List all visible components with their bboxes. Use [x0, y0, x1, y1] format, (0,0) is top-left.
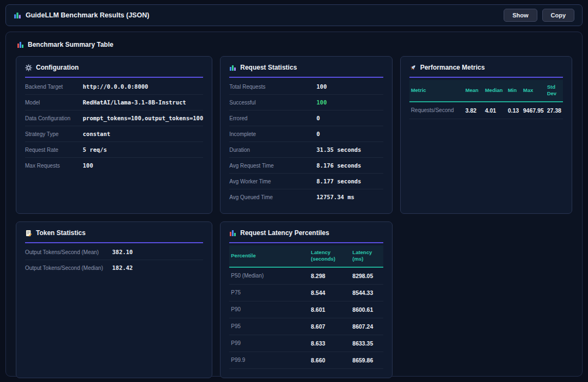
latency-seconds: 8.601 — [309, 301, 351, 318]
config-value: prompt_tokens=100,output_tokens=100 — [83, 115, 203, 121]
config-label: Model — [25, 100, 83, 106]
stat-row: Avg Queued Time 12757.34 ms — [229, 189, 383, 205]
config-label: Strategy Type — [25, 131, 83, 137]
configuration-card-title: Configuration — [25, 64, 203, 78]
stat-row: Successful 100 — [229, 95, 383, 110]
latency-ms: 8633.35 — [351, 335, 383, 352]
stat-row: Errored 0 — [229, 110, 383, 126]
section-title: Benchmark Summary Table — [17, 41, 575, 48]
metric-stddev: 27.38 — [546, 102, 563, 119]
table-row: P90 8.601 8600.61 — [229, 301, 383, 318]
latency-seconds: 8.607 — [309, 318, 351, 335]
percentile-name: P99 — [229, 335, 309, 352]
stat-value: 12757.34 ms — [316, 194, 354, 200]
percentile-name: P99.9 — [229, 352, 309, 368]
stat-value: 0 — [316, 131, 320, 137]
stat-row: Duration 31.35 seconds — [229, 142, 383, 158]
token-label: Output Tokens/Second (Median) — [25, 265, 112, 271]
percentile-name: P95 — [229, 318, 309, 335]
section-title-label: Benchmark Summary Table — [28, 41, 113, 48]
table-row: P99 8.633 8633.35 — [229, 335, 383, 352]
header-actions: Show Copy — [504, 9, 574, 22]
config-label: Backend Target — [25, 84, 83, 90]
config-label: Data Configuration — [25, 115, 83, 121]
bar-chart-icon — [14, 11, 21, 19]
token-value: 382.10 — [112, 249, 133, 255]
metric-mean: 3.82 — [464, 102, 483, 119]
stat-label: Errored — [229, 115, 316, 121]
main-panel: Benchmark Summary Table — [5, 32, 583, 377]
latency-ms: 8659.86 — [351, 352, 383, 368]
latency-percentiles-title-label: Request Latency Percentiles — [240, 229, 329, 237]
summary-chart-icon — [17, 41, 24, 48]
cards-grid: Configuration Backend Target http://0.0.… — [16, 56, 572, 378]
config-row: Backend Target http://0.0.0.0:8000 — [25, 79, 203, 95]
config-label: Request Rate — [25, 147, 83, 153]
column-header: Latency (ms) — [351, 245, 383, 267]
token-row: Output Tokens/Second (Median) 182.42 — [25, 260, 203, 275]
memo-icon — [25, 230, 32, 237]
config-value: http://0.0.0.0:8000 — [83, 83, 148, 90]
show-button[interactable]: Show — [504, 9, 537, 22]
stat-label: Incomplete — [229, 131, 316, 137]
gear-icon — [25, 64, 32, 71]
latency-seconds: 8.544 — [309, 284, 351, 301]
configuration-card: Configuration Backend Target http://0.0.… — [16, 56, 212, 214]
token-statistics-card-title: Token Statistics — [25, 229, 203, 243]
stat-label: Total Requests — [229, 84, 316, 90]
percentile-name: P75 — [229, 284, 309, 301]
configuration-rows: Backend Target http://0.0.0.0:8000 Model… — [25, 79, 203, 173]
stat-row: Total Requests 100 — [229, 79, 383, 95]
token-statistics-card: Token Statistics Output Tokens/Second (M… — [16, 221, 212, 378]
performance-metrics-title-label: Performance Metrics — [420, 64, 485, 71]
token-statistics-title-label: Token Statistics — [36, 229, 85, 237]
latency-chart-icon — [229, 230, 236, 237]
config-row: Max Requests 100 — [25, 158, 203, 173]
stat-label: Successful — [229, 100, 316, 106]
table-row: P50 (Median) 8.298 8298.05 — [229, 267, 383, 285]
metric-median: 4.01 — [483, 102, 506, 119]
percentile-name: P50 (Median) — [229, 267, 309, 285]
request-statistics-rows: Total Requests 100 Successful 100 Errore… — [229, 79, 383, 205]
column-header: Median — [483, 80, 506, 102]
stat-value: 8.177 seconds — [316, 178, 361, 184]
bar-chart-icon — [229, 64, 236, 71]
stat-value: 8.176 seconds — [316, 162, 361, 169]
column-header: Metric — [409, 80, 464, 102]
metric-name: Requests/Second — [409, 102, 464, 119]
table-row: P75 8.544 8544.33 — [229, 284, 383, 301]
stat-row: Avg Worker Time 8.177 seconds — [229, 174, 383, 189]
latency-percentiles-card: Request Latency Percentiles Percentile L… — [220, 221, 392, 378]
performance-metrics-card: Performance Metrics Metric Mean Median M… — [400, 56, 572, 214]
stat-label: Avg Queued Time — [229, 194, 316, 200]
latency-header-row: Percentile Latency (seconds) Latency (ms… — [229, 245, 383, 267]
column-header: Std Dev — [546, 80, 563, 102]
latency-seconds: 8.660 — [309, 352, 351, 368]
latency-ms: 8544.33 — [351, 284, 383, 301]
table-row: P95 8.607 8607.24 — [229, 318, 383, 335]
stat-row: Incomplete 0 — [229, 126, 383, 142]
performance-metrics-table: Metric Mean Median Min Max Std Dev Reque… — [409, 80, 563, 119]
stat-label: Duration — [229, 147, 316, 153]
latency-ms: 8607.24 — [351, 318, 383, 335]
page-title: GuideLLM Benchmark Results (JSON) — [26, 11, 149, 19]
stat-value-success: 100 — [316, 99, 327, 106]
metric-min: 0.13 — [506, 102, 522, 119]
token-row: Output Tokens/Second (Mean) 382.10 — [25, 244, 203, 260]
copy-button[interactable]: Copy — [542, 9, 575, 22]
percentile-name: P90 — [229, 301, 309, 318]
column-header: Latency (seconds) — [309, 245, 351, 267]
stat-value: 100 — [316, 83, 327, 90]
configuration-title-label: Configuration — [36, 64, 79, 71]
column-header: Mean — [464, 80, 483, 102]
latency-seconds: 8.298 — [309, 267, 351, 285]
config-value: 100 — [83, 162, 93, 169]
config-row: Strategy Type constant — [25, 126, 203, 142]
stat-row: Avg Request Time 8.176 seconds — [229, 158, 383, 174]
latency-percentiles-card-title: Request Latency Percentiles — [229, 229, 383, 243]
latency-ms: 8600.61 — [351, 301, 383, 318]
table-row: Requests/Second 3.82 4.01 0.13 9467.95 2… — [409, 102, 563, 119]
request-statistics-card-title: Request Statistics — [229, 64, 383, 78]
performance-metrics-card-title: Performance Metrics — [409, 64, 563, 78]
grid-empty-cell — [400, 221, 572, 378]
